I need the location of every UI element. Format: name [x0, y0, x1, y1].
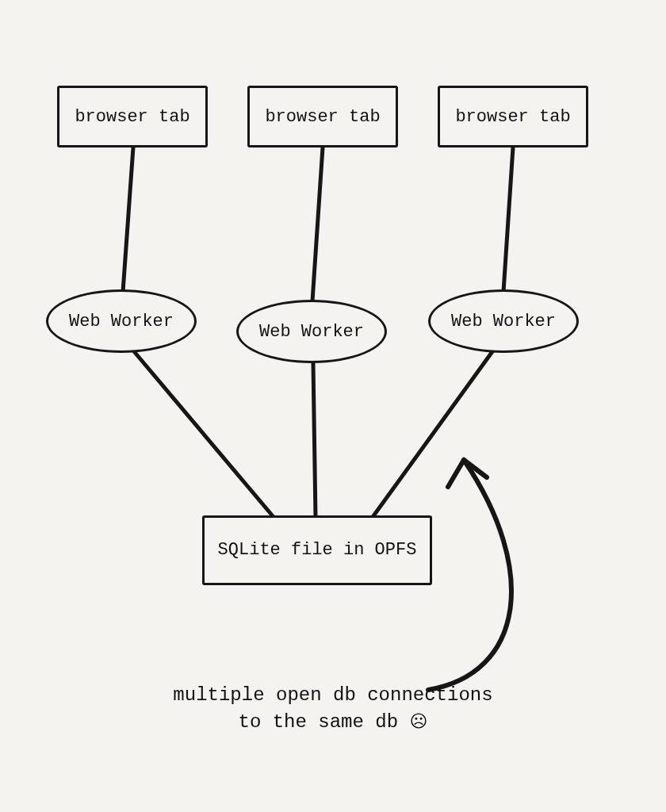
web-worker-1: Web Worker [46, 289, 197, 353]
edge-worker3-db [373, 350, 493, 517]
browser-tab-2: browser tab [247, 86, 398, 147]
browser-tab-1: browser tab [57, 86, 208, 147]
browser-tab-1-label: browser tab [75, 107, 189, 127]
web-worker-3-label: Web Worker [451, 312, 556, 331]
web-worker-3: Web Worker [428, 289, 579, 353]
browser-tab-3: browser tab [438, 86, 588, 147]
sqlite-db-file-label: SQLite file in OPFS [218, 539, 417, 561]
caption-line1: multiple open db connections [173, 684, 492, 706]
caption-line2: to the same db [239, 711, 399, 733]
web-worker-1-label: Web Worker [69, 312, 174, 331]
edge-tab3-worker3 [503, 147, 513, 292]
browser-tab-3-label: browser tab [455, 107, 570, 127]
edge-tab1-worker1 [123, 147, 133, 292]
web-worker-2: Web Worker [236, 300, 387, 363]
architecture-diagram: browser tab browser tab browser tab Web … [0, 0, 666, 812]
annotation-arrow [428, 460, 511, 690]
frown-icon: ☹ [410, 711, 428, 731]
sqlite-db-file: SQLite file in OPFS [202, 515, 432, 585]
edge-tab2-worker2 [312, 147, 323, 301]
edge-worker2-db [313, 363, 316, 517]
edge-worker1-db [133, 350, 274, 517]
caption: multiple open db connections to the same… [0, 682, 666, 735]
browser-tab-2-label: browser tab [265, 107, 380, 127]
web-worker-2-label: Web Worker [259, 322, 364, 342]
